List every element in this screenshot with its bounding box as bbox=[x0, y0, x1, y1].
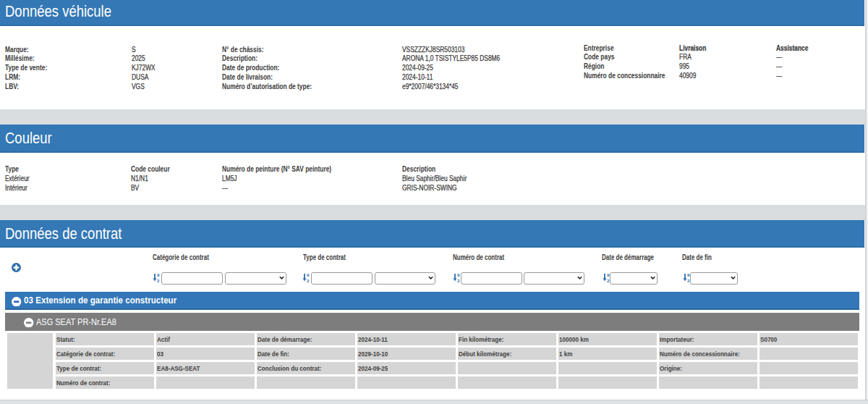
svg-text:2: 2 bbox=[307, 278, 310, 282]
svg-text:2: 2 bbox=[157, 278, 160, 282]
svg-text:2: 2 bbox=[457, 278, 460, 282]
svg-text:9: 9 bbox=[307, 273, 310, 277]
svg-text:9: 9 bbox=[157, 273, 160, 277]
svg-text:9: 9 bbox=[457, 273, 460, 277]
